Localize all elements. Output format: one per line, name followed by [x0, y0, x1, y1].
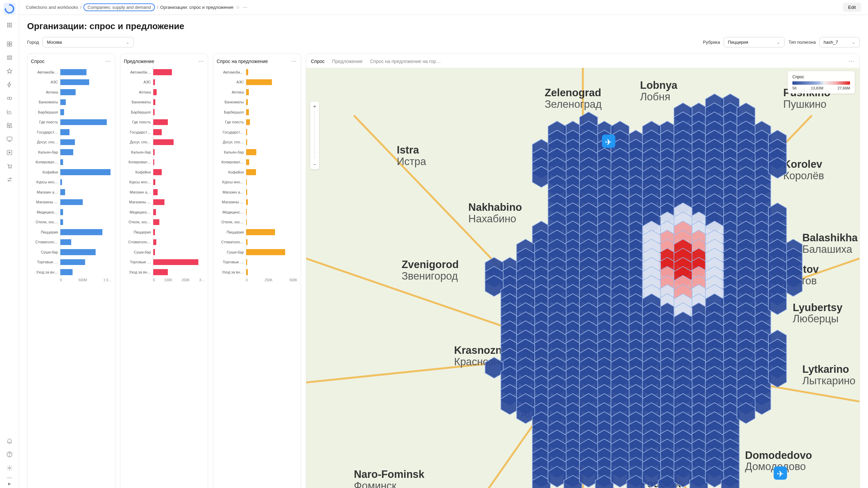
svg-text:Lyubertsy: Lyubertsy: [793, 302, 843, 313]
filter-city-select[interactable]: Москва⌄: [42, 37, 134, 47]
bar-label: Государст…: [217, 130, 246, 134]
bar-row: Магазины …: [124, 197, 204, 207]
bolt-icon[interactable]: [3, 79, 16, 91]
panel-demand: Спрос ⋯ Автомоби…АЗСАптекаБанкоматыБарбе…: [27, 54, 115, 488]
bar-label: Стоматоло…: [124, 240, 153, 244]
bar-row: Медицинс…: [124, 207, 204, 217]
panel-more-icon[interactable]: ⋯: [105, 58, 112, 64]
filter-city-label: Город: [27, 40, 39, 45]
svg-text:Лыткарино: Лыткарино: [802, 375, 855, 387]
bar-label: Пиццерия: [124, 230, 153, 234]
panel-more-icon[interactable]: ⋯: [291, 58, 297, 64]
bar-fill: [246, 249, 285, 255]
panel-more-icon[interactable]: ⋯: [198, 58, 204, 64]
bar-label: Банкоматы: [31, 100, 60, 104]
tab-supply[interactable]: Предложение: [332, 59, 362, 64]
bar-label: АЗС: [124, 80, 153, 84]
bar-row: Отели, хос…: [31, 217, 112, 227]
apps-icon[interactable]: [3, 19, 16, 31]
svg-rect-19: [9, 126, 12, 128]
bar-fill: [153, 69, 172, 75]
zoom-in-icon[interactable]: ＋: [312, 103, 317, 110]
dashboards-icon[interactable]: [3, 38, 16, 50]
bar-row: Государст…: [31, 127, 112, 137]
bar-label: Курсы ино…: [124, 180, 153, 184]
filter-polygon-select[interactable]: hash_7⌄: [819, 37, 860, 47]
favorites-icon[interactable]: [3, 65, 16, 77]
bar-row: Стоматоло…: [217, 237, 297, 247]
bar-fill: [60, 79, 89, 85]
breadcrumb-more-icon[interactable]: ⋯: [243, 5, 247, 10]
collections-icon[interactable]: [3, 52, 16, 64]
cart-icon[interactable]: [3, 160, 16, 172]
bar-label: Курсы ино…: [217, 180, 246, 184]
svg-point-4: [9, 25, 10, 26]
panel-supply-title: Предложение: [124, 59, 154, 64]
map-canvas[interactable]: ZelenogradЗеленоградLobnyaЛобняPushkinoП…: [306, 68, 860, 488]
tab-demand[interactable]: Спрос: [311, 59, 324, 64]
bar-row: Досуг, спо…: [124, 137, 204, 147]
bar-row: Барбершоп: [124, 107, 204, 117]
svg-text:Zvenigorod: Zvenigorod: [401, 259, 458, 270]
panel-more-icon[interactable]: ⋯: [849, 58, 855, 64]
expand-icon[interactable]: ▶: [8, 482, 11, 486]
widgets-icon[interactable]: [3, 119, 16, 131]
bar-fill: [60, 169, 111, 175]
collapse-handle[interactable]: [7, 477, 12, 478]
bar-label: Копировал…: [124, 160, 153, 164]
bar-fill: [153, 259, 198, 265]
svg-text:Люберцы: Люберцы: [793, 313, 839, 325]
bar-row: Уход за вн…: [31, 267, 112, 277]
breadcrumb-workbook[interactable]: Companies: supply and demand: [83, 3, 155, 11]
svg-text:Nakhabino: Nakhabino: [468, 201, 522, 213]
filter-rubric-select[interactable]: Пиццерия⌄: [724, 37, 785, 47]
bar-row: Автомоби…: [124, 67, 204, 77]
charts-icon[interactable]: [3, 106, 16, 118]
breadcrumb-root[interactable]: Collections and workbooks: [26, 5, 78, 10]
bar-label: Магазины …: [217, 200, 246, 204]
bar-fill: [246, 119, 250, 125]
bar-fill: [246, 199, 248, 205]
bar-row: Где поесть: [124, 117, 204, 127]
bar-row: Магазин а…: [31, 187, 112, 197]
bar-fill: [246, 139, 247, 145]
bar-row: Копировал…: [31, 157, 112, 167]
bar-fill: [246, 189, 247, 195]
bar-row: Торговые …: [217, 257, 297, 267]
bar-fill: [60, 239, 71, 245]
bar-fill: [246, 259, 247, 265]
zoom-out-icon[interactable]: －: [312, 161, 317, 168]
svg-point-1: [9, 23, 10, 24]
bar-row: Государст…: [124, 127, 204, 137]
monitor-icon[interactable]: [3, 133, 16, 145]
bar-label: Барбершоп: [217, 110, 246, 114]
bar-fill: [153, 239, 156, 245]
help-icon[interactable]: [3, 448, 16, 461]
bar-fill: [153, 229, 155, 235]
bar-label: Кофейня: [124, 170, 153, 174]
app-logo[interactable]: [3, 3, 16, 15]
bar-fill: [246, 229, 275, 235]
bar-row: АЗС: [217, 77, 297, 87]
play-box-icon[interactable]: [3, 146, 16, 159]
svg-point-24: [10, 178, 11, 179]
filter-bar: Город Москва⌄ Рубрика Пиццерия⌄ Тип поли…: [27, 37, 860, 47]
connections-icon[interactable]: [3, 92, 16, 104]
map-zoom-control[interactable]: ＋ －: [310, 102, 319, 169]
bar-fill: [153, 89, 157, 95]
tab-ratio-city[interactable]: Спрос на предложение на гор…: [370, 59, 441, 64]
bell-icon[interactable]: [3, 435, 16, 447]
bar-label: Автомоби…: [217, 70, 246, 74]
favorite-star-icon[interactable]: ☆: [236, 5, 240, 10]
svg-point-22: [8, 168, 9, 168]
breadcrumb-current: Организации: спрос и предложение: [160, 5, 233, 10]
bar-label: Стоматоло…: [217, 240, 246, 244]
edit-button[interactable]: Edit: [843, 3, 861, 12]
bar-label: Суши-бар: [124, 250, 153, 254]
settings-icon[interactable]: [3, 462, 16, 474]
svg-text:Истра: Истра: [397, 156, 426, 167]
svg-rect-20: [7, 137, 12, 140]
bar-label: Суши-бар: [31, 250, 60, 254]
sliders-icon[interactable]: [3, 174, 16, 186]
bar-label: Медицинс…: [31, 210, 60, 214]
